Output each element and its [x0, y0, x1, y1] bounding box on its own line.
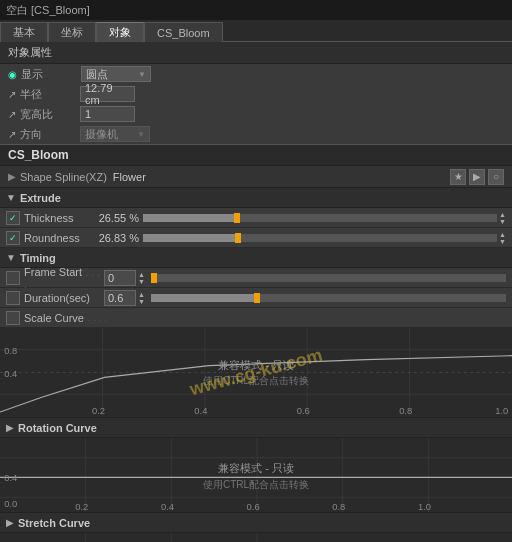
shape-spline-row: ▶ Shape Spline(XZ) Flower ★ ▶ ○	[0, 166, 512, 188]
roundness-row: ✓ Roundness 26.83 % ▲ ▼	[0, 228, 512, 248]
roundness-fill	[143, 234, 238, 242]
duration-check[interactable]	[6, 291, 20, 305]
shape-icons: ★ ▶ ○	[450, 169, 504, 185]
display-icon: ◉	[8, 69, 17, 80]
rotation-overlay: 兼容模式 - 只读 使用CTRL配合点击转换	[0, 440, 512, 512]
prop-row-direction: ↗ 方向 摄像机 ▼	[0, 124, 512, 144]
tab-coords[interactable]: 坐标	[48, 22, 96, 42]
cs-bloom-header: CS_Bloom	[0, 144, 512, 166]
scale-curve-graph[interactable]: 0.8 0.4 0.2 0.4 0.6 0.8 1.0 兼容模式 - 只读 使用…	[0, 328, 512, 418]
timing-arrow: ▼	[6, 252, 16, 263]
duration-thumb	[254, 293, 260, 303]
dir-icon: ↗	[8, 129, 16, 140]
radius-icon: ↗	[8, 89, 16, 100]
scale-overlay-line1: 兼容模式 - 只读	[218, 357, 294, 375]
rotation-curve-header[interactable]: ▶ Rotation Curve	[0, 418, 512, 438]
dropdown-arrow: ▼	[138, 70, 146, 79]
shape-play-btn[interactable]: ▶	[469, 169, 485, 185]
display-dropdown[interactable]: 圆点 ▼	[81, 66, 151, 82]
prop-row-display: ◉ 显示 圆点 ▼	[0, 64, 512, 84]
shape-circle-btn[interactable]: ○	[488, 169, 504, 185]
duration-arrows[interactable]: ▲ ▼	[138, 291, 145, 305]
title-text: 空白 [CS_Bloom]	[6, 3, 90, 18]
extrude-arrow: ▼	[6, 192, 16, 203]
thickness-check[interactable]: ✓	[6, 211, 20, 225]
framestart-track[interactable]	[151, 274, 506, 282]
scale-graph-overlay: 兼容模式 - 只读 使用CTRL配合点击转换	[0, 328, 512, 417]
framestart-val[interactable]: 0	[104, 270, 136, 286]
roundness-thumb	[235, 233, 241, 243]
dir-dropdown-arrow: ▼	[137, 130, 145, 139]
extrude-collapse[interactable]: ▼ Extrude	[0, 188, 512, 208]
scale-overlay-line2: 使用CTRL配合点击转换	[203, 374, 309, 388]
scale-curve-check[interactable]	[6, 311, 20, 325]
stretch-arrow: ▶	[6, 517, 14, 528]
framestart-row: Frame Start . . . . 0 ▲ ▼	[0, 268, 512, 288]
thickness-track[interactable]	[143, 214, 497, 222]
scale-curve-row: Scale Curve . . . .	[0, 308, 512, 328]
duration-row: Duration(sec) 0.6 ▲ ▼	[0, 288, 512, 308]
tab-csbloom[interactable]: CS_Bloom	[144, 22, 223, 42]
rotation-overlay-line2: 使用CTRL配合点击转换	[203, 478, 309, 492]
tab-bar: 基本 坐标 对象 CS_Bloom	[0, 20, 512, 42]
duration-track[interactable]	[151, 294, 506, 302]
title-bar: 空白 [CS_Bloom]	[0, 0, 512, 20]
framestart-check[interactable]	[6, 271, 20, 285]
aspect-input[interactable]: 1	[80, 106, 135, 122]
thickness-row: ✓ Thickness 26.55 % ▲ ▼	[0, 208, 512, 228]
prop-row-aspect: ↗ 宽高比 1	[0, 104, 512, 124]
duration-val[interactable]: 0.6	[104, 290, 136, 306]
shape-star-btn[interactable]: ★	[450, 169, 466, 185]
rotation-curve-graph[interactable]: 0.4 0.0 0.2 0.4 0.6 0.8 1.0 兼容模式 - 只读 使用…	[0, 438, 512, 513]
thickness-fill	[143, 214, 237, 222]
roundness-arrows[interactable]: ▲ ▼	[499, 231, 506, 245]
stretch-curve-header[interactable]: ▶ Stretch Curve	[0, 513, 512, 533]
object-props-header: 对象属性	[0, 42, 512, 64]
direction-dropdown[interactable]: 摄像机 ▼	[80, 126, 150, 142]
prop-row-radius: ↗ 半径 12.79 cm	[0, 84, 512, 104]
framestart-thumb	[151, 273, 157, 283]
rotation-overlay-line1: 兼容模式 - 只读	[218, 460, 294, 478]
radius-input[interactable]: 12.79 cm	[80, 86, 135, 102]
thickness-arrows[interactable]: ▲ ▼	[499, 211, 506, 225]
thickness-thumb	[234, 213, 240, 223]
rotation-arrow: ▶	[6, 422, 14, 433]
aspect-icon: ↗	[8, 109, 16, 120]
roundness-track[interactable]	[143, 234, 497, 242]
framestart-arrows[interactable]: ▲ ▼	[138, 271, 145, 285]
scale-dots: . . . .	[88, 312, 107, 323]
shape-expand-icon[interactable]: ▶	[8, 171, 16, 182]
roundness-check[interactable]: ✓	[6, 231, 20, 245]
stretch-overlay: 兼容模式 - 只读 使用CTRL配合点击转换	[0, 533, 512, 542]
tab-basic[interactable]: 基本	[0, 22, 48, 42]
tab-object[interactable]: 对象	[96, 22, 144, 42]
stretch-curve-graph[interactable]: 0.8 兼容模式 - 只读 使用CTRL配合点击转换	[0, 533, 512, 542]
